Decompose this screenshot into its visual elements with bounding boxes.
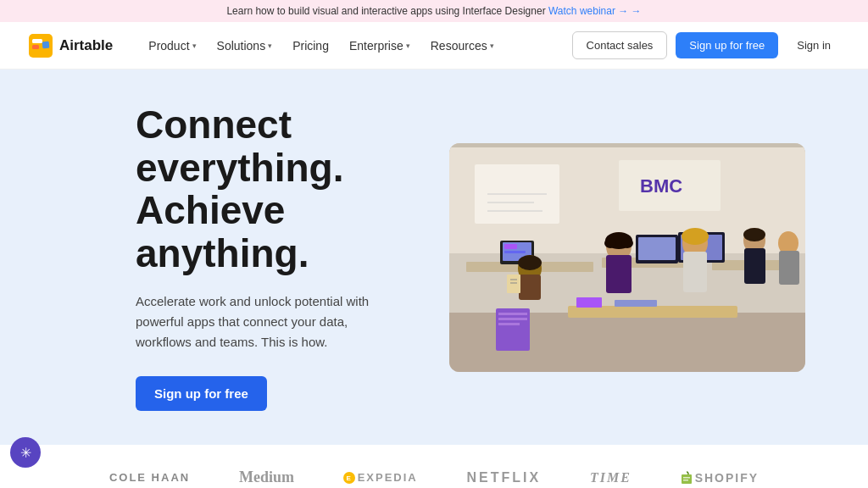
banner-link[interactable]: Watch webinar → <box>548 5 642 17</box>
svg-point-30 <box>518 255 542 270</box>
announcement-banner: Learn how to build visual and interactiv… <box>0 0 868 22</box>
hero-title: Connect everything. Achieve anything. <box>136 103 398 274</box>
contact-sales-button[interactable]: Contact sales <box>572 31 668 59</box>
nav-solutions[interactable]: Solutions ▾ <box>209 34 281 58</box>
logos-section: COLE HAAN Medium e Expedia NETFLIX TIME … <box>0 445 868 488</box>
svg-rect-46 <box>615 300 657 307</box>
brand-medium: Medium <box>239 469 294 486</box>
nav-resources[interactable]: Resources ▾ <box>422 34 503 58</box>
svg-rect-49 <box>498 318 527 320</box>
chevron-down-icon: ▾ <box>268 42 272 50</box>
svg-rect-2 <box>32 45 39 49</box>
hero-image: BMC <box>449 143 805 372</box>
nav-signup-button[interactable]: Sign up for free <box>676 32 778 58</box>
airtable-logo-icon <box>27 32 54 59</box>
svg-rect-50 <box>498 323 520 325</box>
nav-pricing[interactable]: Pricing <box>284 34 337 58</box>
svg-point-38 <box>682 228 709 245</box>
svg-rect-54 <box>683 477 690 479</box>
svg-rect-53 <box>682 474 692 484</box>
hero-description: Accelerate work and unlock potential wit… <box>136 291 398 352</box>
banner-text: Learn how to build visual and interactiv… <box>226 5 545 17</box>
svg-rect-45 <box>576 297 602 308</box>
logo-link[interactable]: Airtable <box>27 32 113 59</box>
chevron-down-icon: ▾ <box>192 42 197 50</box>
chevron-down-icon: ▾ <box>406 42 410 50</box>
nav-product[interactable]: Product ▾ <box>140 34 204 58</box>
svg-rect-19 <box>504 244 517 249</box>
nav-enterprise[interactable]: Enterprise ▾ <box>341 34 419 58</box>
svg-point-41 <box>743 228 765 241</box>
svg-rect-26 <box>519 274 541 300</box>
svg-point-35 <box>621 238 633 248</box>
svg-rect-20 <box>504 251 526 253</box>
svg-rect-27 <box>507 274 520 293</box>
expedia-icon: e <box>343 472 355 484</box>
hero-section: Connect everything. Achieve anything. Ac… <box>0 69 868 445</box>
svg-point-34 <box>604 238 616 248</box>
svg-rect-40 <box>744 248 765 284</box>
svg-rect-43 <box>779 251 799 285</box>
nav-links: Product ▾ Solutions ▾ Pricing Enterprise… <box>140 34 571 58</box>
svg-rect-48 <box>498 313 527 315</box>
svg-rect-3 <box>42 41 50 48</box>
svg-rect-7 <box>449 143 805 147</box>
main-nav: Airtable Product ▾ Solutions ▾ Pricing E… <box>0 22 868 69</box>
brand-cole-haan: COLE HAAN <box>109 471 190 484</box>
brand-netflix: NETFLIX <box>467 470 542 485</box>
svg-text:BMC: BMC <box>640 175 682 197</box>
nav-actions: Contact sales Sign up for free Sign in <box>572 31 841 59</box>
shopify-icon <box>681 471 693 485</box>
svg-rect-1 <box>32 39 42 43</box>
hero-content: Connect everything. Achieve anything. Ac… <box>136 103 398 411</box>
hero-signup-button[interactable]: Sign up for free <box>136 376 267 411</box>
brand-expedia: e Expedia <box>343 471 418 484</box>
chevron-down-icon: ▾ <box>490 42 494 50</box>
svg-rect-22 <box>638 237 676 260</box>
office-photo: BMC <box>449 143 805 372</box>
svg-rect-55 <box>683 480 688 481</box>
chat-icon: ✳ <box>20 445 31 461</box>
signin-button[interactable]: Sign in <box>787 32 841 58</box>
svg-text:e: e <box>346 474 352 482</box>
brand-shopify: shopify <box>681 471 759 485</box>
brand-time: TIME <box>590 470 632 485</box>
office-scene-svg: BMC <box>449 143 805 372</box>
chat-widget-button[interactable]: ✳ <box>10 437 41 468</box>
svg-rect-37 <box>683 252 707 292</box>
svg-rect-44 <box>568 306 737 318</box>
logo-text: Airtable <box>59 37 113 54</box>
svg-rect-32 <box>606 255 632 293</box>
